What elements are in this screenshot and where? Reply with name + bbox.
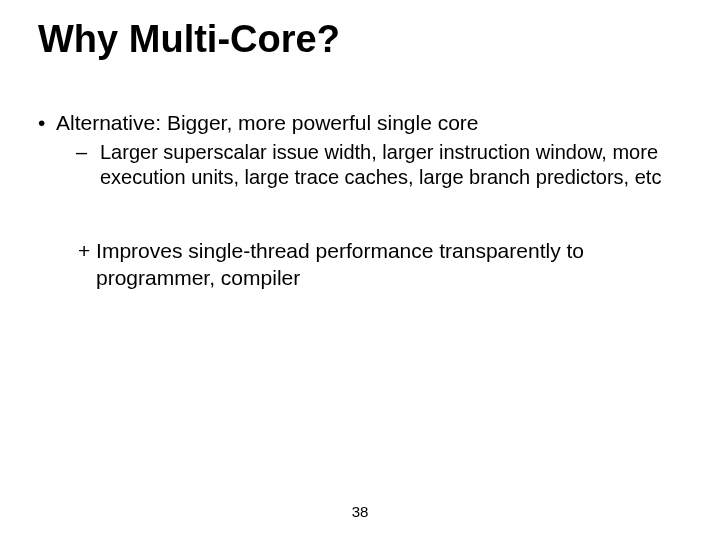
slide: Why Multi-Core? Alternative: Bigger, mor… (0, 0, 720, 540)
page-number: 38 (0, 503, 720, 520)
slide-body: Alternative: Bigger, more powerful singl… (34, 110, 680, 291)
bullet-level1: Alternative: Bigger, more powerful singl… (34, 110, 680, 136)
slide-title: Why Multi-Core? (38, 18, 340, 61)
bullet-plus: + Improves single-thread performance tra… (34, 238, 680, 291)
bullet-level2: Larger superscalar issue width, larger i… (34, 140, 680, 190)
